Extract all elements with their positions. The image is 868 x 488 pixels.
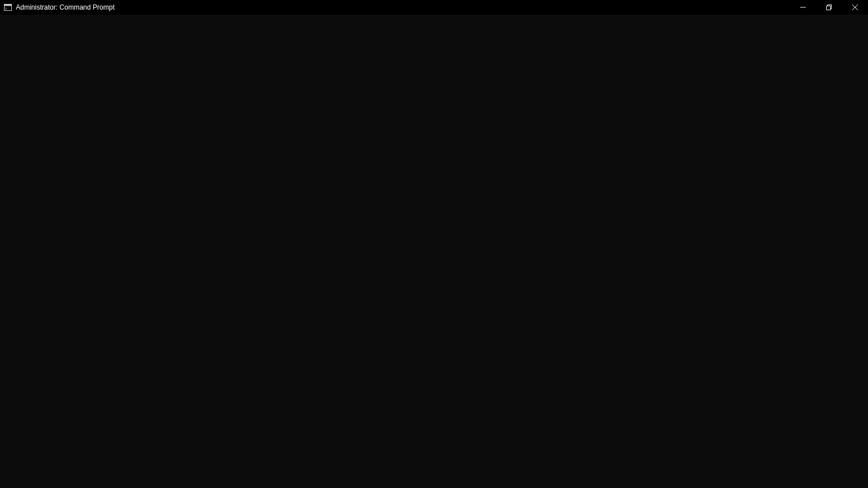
minimize-button[interactable] xyxy=(790,0,816,15)
app-icon xyxy=(3,3,12,12)
titlebar[interactable]: Administrator: Command Prompt xyxy=(0,0,868,15)
window-title: Administrator: Command Prompt xyxy=(16,3,115,11)
svg-rect-1 xyxy=(5,5,12,6)
svg-rect-3 xyxy=(827,6,831,10)
maximize-button[interactable] xyxy=(816,0,842,15)
close-button[interactable] xyxy=(842,0,868,15)
